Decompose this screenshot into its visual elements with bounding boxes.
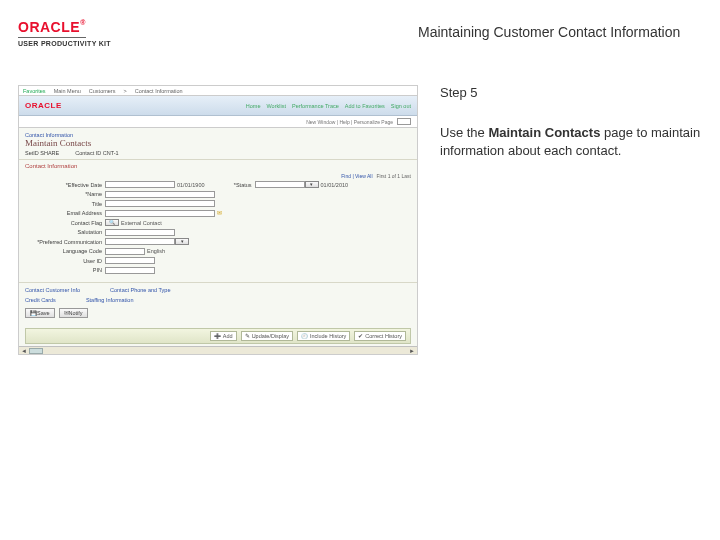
link-row-2: Credit Cards Staffing Information xyxy=(19,295,417,305)
step-instruction: Use the Maintain Contacts page to mainta… xyxy=(440,124,702,159)
title-field[interactable] xyxy=(105,200,215,207)
preforg-label: *Preferred Communication xyxy=(25,239,105,245)
preforg-field[interactable] xyxy=(105,238,175,245)
app-page-heading: Maintain Contacts xyxy=(19,138,417,150)
breadcrumb: Contact Information xyxy=(19,128,417,138)
status-field[interactable] xyxy=(255,181,305,188)
oracle-logo-small: ORACLE xyxy=(25,101,62,110)
email-icon[interactable]: ✉ xyxy=(215,209,223,217)
history-button[interactable]: 🕘 Include History xyxy=(297,331,350,341)
page-title: Maintaining Customer Contact Information xyxy=(158,24,702,40)
title-label: Title xyxy=(25,201,105,207)
contactflag-lookup-icon[interactable]: 🔍 xyxy=(105,219,119,226)
app-sub-bar: New Window | Help | Personalize Page xyxy=(19,116,417,128)
nav-add-fav[interactable]: Add to Favorites xyxy=(345,103,385,109)
email-label: Email Address xyxy=(25,210,105,216)
id-row: SetID SHARE Contact ID CNT-1 xyxy=(19,150,417,159)
horizontal-scrollbar[interactable]: ◄ ► xyxy=(19,346,417,354)
notify-button[interactable]: ✉ Notify xyxy=(59,308,88,318)
effdate-field[interactable] xyxy=(105,181,175,188)
save-button[interactable]: 💾 Save xyxy=(25,308,55,318)
link-row: Contact Customer Info Contact Phone and … xyxy=(19,285,417,295)
nav-worklist[interactable]: Worklist xyxy=(267,103,286,109)
userid-label: User ID xyxy=(25,258,105,264)
link-contact-phone[interactable]: Contact Phone and Type xyxy=(110,287,170,293)
step-label: Step 5 xyxy=(440,85,702,100)
nav-perf-trace[interactable]: Performance Trace xyxy=(292,103,339,109)
update-button[interactable]: ✎ Update/Display xyxy=(241,331,293,341)
contactflag-label: Contact Flag xyxy=(25,220,105,226)
email-field[interactable] xyxy=(105,210,215,217)
pager-find[interactable]: Find | View All xyxy=(341,173,372,179)
app-top-nav: Home Worklist Performance Trace Add to F… xyxy=(246,103,411,109)
search-input[interactable] xyxy=(397,118,411,125)
nav-signout[interactable]: Sign out xyxy=(391,103,411,109)
preforg-dropdown-icon[interactable]: ▾ xyxy=(175,238,189,245)
app-header-bar: ORACLE Home Worklist Performance Trace A… xyxy=(19,96,417,116)
app-top-breadcrumb: Favorites Main Menu Customers > Contact … xyxy=(19,86,417,96)
salutation-label: Salutation xyxy=(25,229,105,235)
userid-field[interactable] xyxy=(105,257,155,264)
status-label: *Status xyxy=(205,182,255,188)
pin-field[interactable] xyxy=(105,267,155,274)
section-heading: Contact Information xyxy=(19,159,417,171)
link-staffing[interactable]: Staffing Information xyxy=(86,297,134,303)
lang-field[interactable] xyxy=(105,248,145,255)
application-screenshot: Favorites Main Menu Customers > Contact … xyxy=(18,85,418,355)
nav-home[interactable]: Home xyxy=(246,103,261,109)
link-contact-customer[interactable]: Contact Customer Info xyxy=(25,287,80,293)
name-field[interactable] xyxy=(105,191,215,198)
lang-label: Language Code xyxy=(25,248,105,254)
branding-block: ORACLE® USER PRODUCTIVITY KIT xyxy=(18,18,158,47)
effdate-label: *Effective Date xyxy=(25,182,105,188)
scroll-left-icon[interactable]: ◄ xyxy=(19,347,29,355)
pin-label: PIN xyxy=(25,267,105,273)
scroll-right-icon[interactable]: ► xyxy=(407,347,417,355)
link-credit-cards[interactable]: Credit Cards xyxy=(25,297,56,303)
name-label: *Name xyxy=(25,191,105,197)
salutation-field[interactable] xyxy=(105,229,175,236)
product-line: USER PRODUCTIVITY KIT xyxy=(18,40,158,47)
add-button[interactable]: ➕ Add xyxy=(210,331,237,341)
pager: Find | View All First 1 of 1 Last xyxy=(25,173,411,179)
bottom-toolbar: ➕ Add ✎ Update/Display 🕘 Include History… xyxy=(25,328,411,344)
oracle-logo: ORACLE® xyxy=(18,19,86,38)
correct-button[interactable]: ✔ Correct History xyxy=(354,331,406,341)
subbar-links[interactable]: New Window | Help | Personalize Page xyxy=(306,119,393,125)
scroll-thumb[interactable] xyxy=(29,348,43,354)
status-dropdown-icon[interactable]: ▾ xyxy=(305,181,319,188)
pager-count: First 1 of 1 Last xyxy=(377,173,411,179)
